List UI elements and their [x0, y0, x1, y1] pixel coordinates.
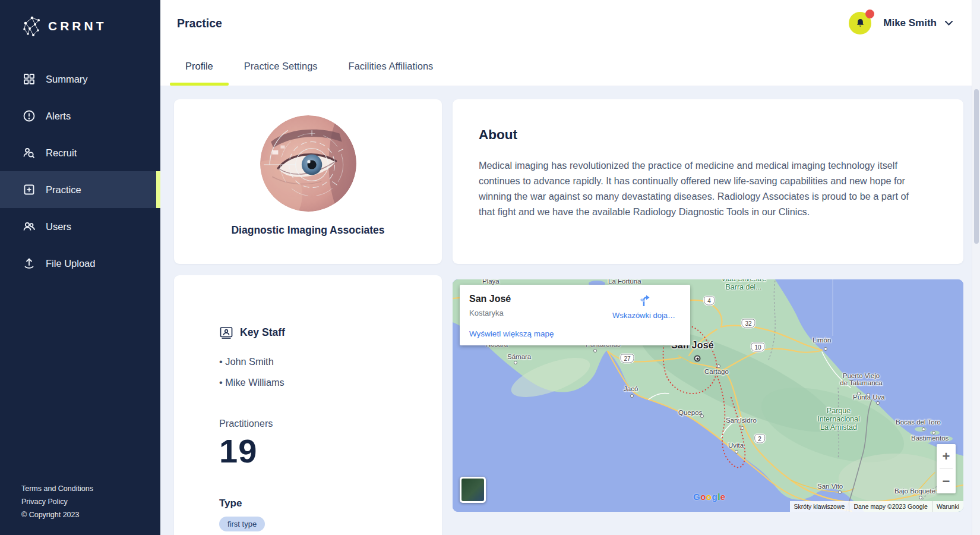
tab-profile[interactable]: Profile [170, 46, 229, 86]
notification-bell-button[interactable] [849, 12, 871, 34]
directions-button[interactable]: Wskazówki doja… [608, 292, 679, 320]
tab-practice-settings[interactable]: Practice Settings [229, 46, 333, 86]
map-zoom-control: + − [937, 444, 956, 493]
eye-scan-image [260, 115, 356, 212]
practitioners-count: 19 [219, 432, 397, 470]
sidebar-menu: Summary Alerts Recruit Practice [0, 61, 160, 282]
main-content: Diagnostic Imaging Associates About Medi… [160, 86, 980, 535]
sidebar-item-practice[interactable]: Practice [0, 171, 160, 208]
key-staff-card: Key Staff John Smith Mike Williams Pract… [174, 275, 442, 535]
map-info-card: San José Kostaryka Wskazówki doja… Wyświ… [460, 285, 690, 345]
sidebar-footer: Terms and Conditions Privacy Policy © Co… [21, 483, 93, 522]
google-logo[interactable]: Google [693, 492, 726, 502]
sidebar-item-file-upload[interactable]: File Upload [0, 245, 160, 282]
bell-icon [855, 17, 866, 29]
zoom-in-button[interactable]: + [937, 444, 956, 468]
tab-bar: Profile Practice Settings Facilities Aff… [160, 46, 980, 86]
sidebar: CRRNT Summary Alerts Recruit [0, 0, 160, 535]
map-data-text: Dane mapy ©2023 Google [849, 501, 931, 512]
key-staff-list: John Smith Mike Williams [219, 351, 397, 393]
keyboard-shortcuts-link[interactable]: Skróty klawiszowe [790, 501, 849, 512]
tab-label: Facilities Affiliations [349, 61, 434, 72]
map-terms-link[interactable]: Warunki [932, 501, 963, 512]
sidebar-item-label: Summary [46, 74, 88, 85]
id-badge-icon [219, 325, 233, 339]
sidebar-item-alerts[interactable]: Alerts [0, 97, 160, 134]
tab-facilities-affiliations[interactable]: Facilities Affiliations [333, 46, 449, 86]
type-label: Type [219, 498, 397, 509]
directions-label: Wskazówki doja… [608, 311, 679, 320]
privacy-link[interactable]: Privacy Policy [21, 496, 93, 509]
users-icon [23, 220, 36, 233]
sidebar-item-label: Alerts [46, 111, 71, 122]
sidebar-item-users[interactable]: Users [0, 208, 160, 245]
practice-photo [260, 115, 356, 212]
upload-icon [23, 257, 36, 270]
sidebar-item-label: Users [46, 221, 71, 232]
network-logo-icon [21, 15, 42, 37]
sidebar-item-summary[interactable]: Summary [0, 61, 160, 97]
tab-label: Practice Settings [244, 61, 318, 72]
tab-label: Profile [185, 61, 213, 72]
sidebar-item-label: File Upload [46, 258, 95, 269]
about-card: About Medical imaging has revolutionized… [453, 99, 963, 264]
sidebar-item-label: Practice [46, 184, 81, 196]
type-chip: first type [219, 517, 265, 531]
user-menu[interactable]: Mike Smith [883, 17, 953, 29]
copyright-text: © Copyright 2023 [21, 509, 93, 522]
satellite-toggle-thumbnail[interactable] [460, 477, 486, 503]
practice-name: Diagnostic Imaging Associates [174, 224, 442, 237]
directions-icon [636, 292, 652, 307]
chevron-down-icon [945, 21, 953, 26]
terms-link[interactable]: Terms and Conditions [21, 483, 93, 496]
page-title: Practice [177, 17, 222, 30]
notification-badge [865, 10, 874, 18]
zoom-out-button[interactable]: − [937, 469, 956, 493]
user-name: Mike Smith [883, 17, 937, 29]
practice-photo-card: Diagnostic Imaging Associates [174, 99, 442, 264]
satellite-preview [461, 479, 484, 501]
sidebar-item-recruit[interactable]: Recruit [0, 134, 160, 171]
key-staff-title: Key Staff [240, 326, 285, 339]
map-place-title: San José [469, 294, 511, 304]
staff-member: Mike Williams [219, 372, 397, 393]
plus-square-icon [23, 183, 36, 196]
practitioners-label: Practitioners [219, 418, 397, 429]
about-title: About [479, 127, 937, 143]
alert-circle-icon [23, 109, 36, 122]
map-attribution: Skróty klawiszowe Dane mapy ©2023 Google… [790, 501, 963, 512]
scrollbar-thumb[interactable] [974, 89, 979, 244]
staff-member: John Smith [219, 351, 397, 372]
page-scrollbar[interactable] [972, 0, 980, 535]
google-map[interactable]: PlayaLa FortunaVida Silvestre Barra del.… [453, 279, 963, 512]
header: Practice Mike Smith [160, 0, 980, 46]
brand-logo: CRRNT [0, 0, 160, 37]
map-place-subtitle: Kostaryka [469, 309, 504, 317]
sidebar-item-label: Recruit [46, 147, 77, 159]
larger-map-link[interactable]: Wyświetl większą mapę [469, 329, 554, 338]
about-text: Medical imaging has revolutionized the p… [479, 158, 921, 219]
brand-name: CRRNT [48, 19, 107, 33]
person-search-icon [23, 146, 36, 159]
grid-icon [23, 73, 36, 86]
